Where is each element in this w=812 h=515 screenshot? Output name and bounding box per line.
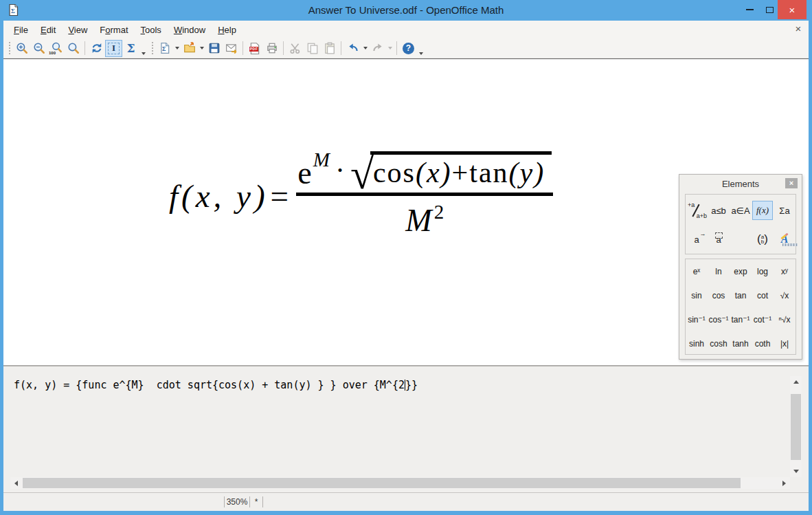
close-document-button[interactable]: ×: [793, 22, 804, 36]
function-exp[interactable]: exp: [734, 267, 747, 276]
elements-panel-close-button[interactable]: ×: [785, 178, 798, 188]
maximize-button[interactable]: [760, 0, 779, 19]
function-tan[interactable]: tan: [735, 291, 747, 300]
zoom-100-button[interactable]: 100: [47, 40, 65, 57]
category-formats[interactable]: A: [774, 230, 795, 249]
scroll-left-button[interactable]: [10, 477, 22, 489]
paste-button[interactable]: [321, 40, 338, 57]
open-button[interactable]: [181, 40, 198, 57]
undo-dropdown-button[interactable]: [361, 40, 369, 57]
save-button[interactable]: [205, 40, 223, 57]
function-cos[interactable]: cos: [712, 291, 725, 300]
scroll-up-button[interactable]: [790, 376, 802, 388]
zoom-all-icon: [67, 42, 80, 54]
chevron-down-icon: [793, 470, 799, 473]
category-relations[interactable]: a≤b: [708, 201, 729, 220]
chevron-down-icon: [388, 47, 392, 50]
toolbar-overflow-button-2[interactable]: [417, 40, 426, 57]
menu-bar: File Edit View Format Tools Window Help: [3, 21, 809, 39]
catalog-symbols-button[interactable]: Σ: [122, 40, 139, 57]
category-set-operations[interactable]: a∈A: [730, 201, 751, 220]
toolbar-separator: [84, 41, 85, 55]
print-button[interactable]: [263, 40, 280, 57]
function-arcsin[interactable]: sin⁻¹: [688, 315, 706, 325]
function-log[interactable]: log: [757, 267, 768, 276]
menu-tools[interactable]: Tools: [135, 22, 168, 38]
functions-icon: f(x): [756, 205, 769, 216]
export-pdf-button[interactable]: PDF: [246, 40, 263, 57]
set-operations-icon: a∈A: [731, 206, 749, 216]
category-unary-binary-operators[interactable]: +aa+b: [686, 201, 707, 220]
function-arccos[interactable]: cos⁻¹: [708, 315, 728, 325]
maximize-icon: [766, 7, 774, 13]
open-dropdown-button[interactable]: [198, 40, 205, 57]
function-x-power-y[interactable]: xʸ: [781, 267, 788, 276]
horizontal-scrollbar-thumb[interactable]: [23, 478, 741, 488]
operators-icon: Σa: [779, 206, 789, 216]
elements-panel: Elements × +aa+b a≤b a∈A f(x) Σa →a a...…: [679, 174, 802, 360]
category-brackets[interactable]: (ab): [752, 230, 773, 249]
vertical-scrollbar-thumb[interactable]: [791, 394, 801, 460]
formula-cursor-button[interactable]: I: [105, 40, 122, 57]
vertical-scrollbar[interactable]: [790, 376, 802, 477]
horizontal-scrollbar[interactable]: [10, 477, 790, 489]
category-functions[interactable]: f(x): [752, 201, 773, 220]
function-sinh[interactable]: sinh: [689, 339, 704, 349]
email-document-button[interactable]: [223, 40, 240, 57]
function-e-power-x[interactable]: eˣ: [693, 267, 701, 276]
refresh-icon: [91, 42, 103, 54]
function-sin[interactable]: sin: [691, 291, 701, 300]
function-arctan[interactable]: tan⁻¹: [731, 315, 749, 325]
zoom-out-button[interactable]: [30, 40, 47, 57]
function-arccot[interactable]: cot⁻¹: [754, 315, 771, 325]
rendered-formula: f(x, y)= eM·√cos(x)+tan(y) M2: [169, 151, 553, 240]
cut-button[interactable]: [286, 40, 304, 57]
menu-format[interactable]: Format: [93, 22, 134, 38]
scroll-right-button[interactable]: [778, 477, 790, 489]
help-button[interactable]: ?: [400, 40, 417, 57]
close-button[interactable]: ×: [778, 0, 807, 19]
new-formula-button[interactable]: Σ: [156, 40, 173, 57]
commands-text[interactable]: f(x, y) = {func e^{M} cdot sqrt{cos(x) +…: [14, 379, 418, 391]
function-square-root[interactable]: √x: [780, 291, 789, 300]
elements-panel-title: Elements: [679, 179, 802, 189]
function-nth-root[interactable]: ⁿ√x: [779, 315, 791, 325]
function-cot[interactable]: cot: [757, 291, 768, 300]
sigma-icon: Σ: [126, 41, 135, 55]
menu-edit[interactable]: Edit: [34, 22, 62, 38]
menu-file[interactable]: File: [8, 22, 34, 38]
zoom-in-button[interactable]: [13, 40, 30, 57]
toolbar: 100 I Σ Σ: [3, 39, 809, 58]
zoom-level-indicator[interactable]: 350%: [225, 497, 249, 507]
scroll-down-button[interactable]: [790, 465, 802, 477]
function-absolute-value[interactable]: |x|: [780, 339, 789, 349]
chevron-up-icon: [793, 380, 799, 384]
refresh-button[interactable]: [88, 40, 105, 57]
toolbar-separator: [243, 41, 243, 55]
minimize-button[interactable]: [739, 0, 760, 19]
redo-dropdown-button[interactable]: [386, 40, 394, 57]
chevron-down-icon: [363, 47, 368, 50]
function-coth[interactable]: coth: [755, 339, 771, 349]
redo-button[interactable]: [369, 40, 386, 57]
zoom-all-button[interactable]: [65, 40, 82, 57]
category-attributes[interactable]: →a: [686, 230, 707, 249]
menu-help[interactable]: Help: [212, 22, 243, 38]
function-ln[interactable]: ln: [715, 267, 721, 276]
function-cosh[interactable]: cosh: [710, 339, 727, 349]
toolbar-grip-2[interactable]: [150, 42, 154, 54]
menu-view[interactable]: View: [62, 22, 93, 38]
copy-button[interactable]: [304, 40, 321, 57]
toolbar-overflow-button[interactable]: [139, 40, 148, 57]
category-operators[interactable]: Σa: [774, 201, 795, 220]
new-formula-sigma-icon: Σ: [162, 45, 166, 52]
undo-button[interactable]: [344, 40, 361, 57]
new-dropdown-button[interactable]: [173, 40, 181, 57]
copy-icon: [306, 42, 319, 54]
function-tanh[interactable]: tanh: [732, 339, 748, 349]
category-others[interactable]: a...: [708, 230, 729, 249]
menu-window[interactable]: Window: [168, 22, 212, 38]
toolbar-grip[interactable]: [8, 42, 11, 54]
printer-icon: [266, 42, 278, 54]
save-floppy-icon: [208, 42, 221, 54]
